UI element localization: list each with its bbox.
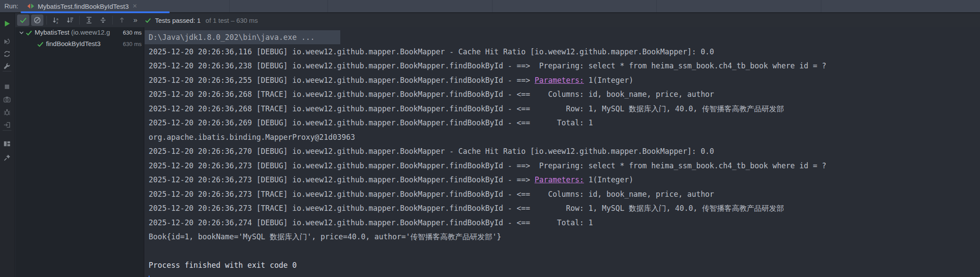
console-line: 2025-12-20 20:26:36,255 [DEBUG] io.weew1… bbox=[149, 73, 980, 88]
summary-detail: of 1 test – 630 ms bbox=[204, 17, 258, 24]
collapse-all-icon[interactable] bbox=[97, 14, 109, 26]
summary-status: Tests passed: 1 bbox=[155, 17, 200, 24]
console-line: D:\Java\jdk1.8.0_202\bin\java.exe ... bbox=[149, 30, 980, 45]
tab-strip-divider bbox=[328, 0, 328, 12]
test-runner-toolbar: az » Tests passed: 1 of 1 test – 630 ms bbox=[15, 13, 980, 27]
console-line: 2025-12-20 20:26:36,273 [TRACE] io.weew1… bbox=[149, 187, 980, 202]
console-text: 2025-12-20 20:26:36,273 [DEBUG] io.weew1… bbox=[149, 161, 826, 170]
attach-debugger-bug-icon[interactable] bbox=[3, 108, 11, 117]
tool-window-title: Run: bbox=[4, 0, 18, 12]
close-icon[interactable]: × bbox=[132, 0, 138, 12]
rerun-icon[interactable] bbox=[3, 19, 11, 28]
console-line: 2025-12-20 20:26:36,268 [TRACE] io.weew1… bbox=[149, 102, 980, 116]
console-text: 2025-12-20 20:26:36,273 [TRACE] io.weew1… bbox=[149, 190, 714, 199]
more-actions-chevrons-icon[interactable]: » bbox=[133, 16, 137, 25]
run-tab-title: MybatisTest.findBookByIdTest3 bbox=[38, 3, 129, 10]
toggle-auto-test-icon[interactable] bbox=[3, 50, 11, 58]
toolbar-divider bbox=[3, 130, 11, 131]
console-line bbox=[149, 273, 980, 277]
console-text: 2025-12-20 20:26:36,238 [DEBUG] io.weew1… bbox=[149, 61, 826, 70]
console-line: 2025-12-20 20:26:36,269 [DEBUG] io.weew1… bbox=[149, 116, 980, 130]
console-line: 2025-12-20 20:26:36,116 [DEBUG] io.weew1… bbox=[149, 45, 980, 59]
test-passed-check-icon bbox=[36, 40, 44, 48]
console-text: 2025-12-20 20:26:36,268 [TRACE] io.weew1… bbox=[149, 104, 784, 113]
toolbar-divider bbox=[112, 16, 113, 25]
expand-all-icon[interactable] bbox=[83, 14, 95, 26]
pin-tab-icon[interactable] bbox=[3, 153, 11, 162]
console-text: 1(Integer) bbox=[584, 175, 634, 184]
console-line: 2025-12-20 20:26:36,274 [DEBUG] io.weew1… bbox=[149, 216, 980, 230]
test-tree-row[interactable]: findBookByIdTest3630 ms bbox=[15, 39, 144, 50]
selected-console-line: D:\Java\jdk1.8.0_202\bin\java.exe ... bbox=[145, 30, 340, 44]
run-console-output[interactable]: D:\Java\jdk1.8.0_202\bin\java.exe ...202… bbox=[145, 27, 980, 277]
parameters-link[interactable]: Parameters: bbox=[535, 76, 584, 85]
tab-strip-divider bbox=[229, 0, 230, 12]
chevron-down-icon[interactable] bbox=[17, 28, 26, 37]
console-text: 2025-12-20 20:26:36,116 [DEBUG] io.weew1… bbox=[149, 47, 714, 56]
toolbar-divider bbox=[3, 71, 11, 71]
console-line: 2025-12-20 20:26:36,273 [DEBUG] io.weew1… bbox=[149, 159, 980, 173]
console-text: 2025-12-20 20:26:36,273 [DEBUG] io.weew1… bbox=[149, 175, 535, 184]
console-text: 2025-12-20 20:26:36,255 [DEBUG] io.weew1… bbox=[149, 76, 535, 85]
svg-text:z: z bbox=[57, 21, 58, 25]
tab-strip-divider bbox=[492, 0, 492, 12]
run-tool-window-tab-strip: Run: MybatisTest.findBookByIdTest3 × bbox=[0, 0, 980, 13]
console-line: Book{id=1, bookName='MySQL 数据库入门', price… bbox=[149, 230, 980, 244]
thread-dump-camera-icon[interactable] bbox=[3, 95, 11, 104]
tab-strip-divider bbox=[656, 0, 657, 12]
test-duration: 630 ms bbox=[123, 41, 142, 47]
console-line: 2025-12-20 20:26:36,238 [DEBUG] io.weew1… bbox=[149, 59, 980, 73]
toolbar-divider bbox=[46, 16, 47, 25]
run-window-left-toolbar bbox=[0, 13, 15, 277]
text-caret bbox=[149, 276, 150, 277]
console-text: 2025-12-20 20:26:36,270 [DEBUG] io.weew1… bbox=[149, 147, 714, 156]
import-tests-icon[interactable] bbox=[3, 121, 11, 129]
tab-strip-divider bbox=[821, 0, 821, 12]
console-line: 2025-12-20 20:26:36,268 [TRACE] io.weew1… bbox=[149, 87, 980, 102]
restore-layout-icon[interactable] bbox=[3, 139, 11, 148]
show-passed-icon[interactable] bbox=[17, 14, 29, 26]
console-text: 2025-12-20 20:26:36,274 [DEBUG] io.weew1… bbox=[149, 218, 593, 227]
console-text: D:\Java\jdk1.8.0_202\bin\java.exe ... bbox=[149, 33, 315, 42]
console-text: Book{id=1, bookName='MySQL 数据库入门', price… bbox=[149, 232, 501, 241]
test-tree-panel[interactable]: MybatisTest (io.weew12.g630 msfindBookBy… bbox=[15, 27, 144, 277]
test-tree-row[interactable]: MybatisTest (io.weew12.g630 ms bbox=[15, 27, 144, 39]
console-line: org.apache.ibatis.binding.MapperProxy@21… bbox=[149, 130, 980, 145]
console-text: org.apache.ibatis.binding.MapperProxy@21… bbox=[149, 133, 355, 142]
console-line: Process finished with exit code 0 bbox=[149, 258, 980, 273]
sort-alphabetically-icon[interactable]: az bbox=[50, 14, 62, 26]
previous-failed-test-icon[interactable] bbox=[116, 14, 128, 26]
test-settings-wrench-icon[interactable] bbox=[3, 62, 11, 71]
junit-run-configuration-icon bbox=[27, 2, 35, 10]
tests-passed-check-icon bbox=[144, 17, 152, 24]
parameters-link[interactable]: Parameters: bbox=[535, 175, 584, 184]
console-text: 1(Integer) bbox=[584, 76, 634, 85]
toolbar-divider bbox=[79, 16, 80, 25]
console-text: 2025-12-20 20:26:36,273 [TRACE] io.weew1… bbox=[149, 204, 784, 213]
test-passed-check-icon bbox=[25, 29, 33, 37]
sort-by-duration-icon[interactable] bbox=[64, 14, 76, 26]
console-line: 2025-12-20 20:26:36,270 [DEBUG] io.weew1… bbox=[149, 144, 980, 159]
run-tab-mybatistest[interactable]: MybatisTest.findBookByIdTest3 × bbox=[21, 0, 158, 12]
console-line: 2025-12-20 20:26:36,273 [DEBUG] io.weew1… bbox=[149, 173, 980, 187]
test-name-label: MybatisTest (io.weew12.g bbox=[35, 28, 110, 36]
stop-icon[interactable] bbox=[3, 82, 11, 91]
console-text: 2025-12-20 20:26:36,269 [DEBUG] io.weew1… bbox=[149, 118, 593, 127]
console-text: Process finished with exit code 0 bbox=[149, 261, 297, 270]
rerun-failed-tests-icon[interactable] bbox=[3, 37, 11, 46]
test-name-label: findBookByIdTest3 bbox=[46, 40, 100, 47]
show-ignored-icon[interactable] bbox=[31, 14, 43, 26]
console-text: 2025-12-20 20:26:36,268 [TRACE] io.weew1… bbox=[149, 90, 714, 99]
test-summary: Tests passed: 1 of 1 test – 630 ms bbox=[144, 17, 258, 24]
console-line: 2025-12-20 20:26:36,273 [TRACE] io.weew1… bbox=[149, 201, 980, 216]
test-duration: 630 ms bbox=[123, 29, 142, 36]
console-line bbox=[149, 244, 980, 259]
